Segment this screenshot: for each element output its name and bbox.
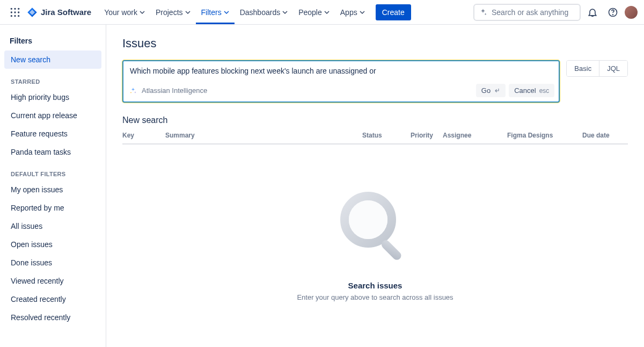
sparkle-icon xyxy=(479,8,487,17)
nav-label: Dashboards xyxy=(240,8,281,17)
top-nav: Jira Software Your work Projects Filters… xyxy=(0,0,644,25)
sidebar-title: Filters xyxy=(4,34,101,50)
sidebar-item-starred[interactable]: Current app release xyxy=(4,106,101,125)
sidebar-heading-default: DEFAULT FILTERS xyxy=(4,161,101,180)
product-name: Jira Software xyxy=(41,8,91,17)
sidebar-item-starred[interactable]: Feature requests xyxy=(4,125,101,143)
sidebar-item-default[interactable]: Done issues xyxy=(4,254,101,272)
help-button[interactable] xyxy=(604,4,621,21)
nav-label: Projects xyxy=(156,8,183,17)
nav-dashboards[interactable]: Dashboards xyxy=(235,0,294,24)
svg-point-1 xyxy=(14,8,16,9)
chevron-down-icon xyxy=(324,10,330,15)
magnifier-icon xyxy=(335,187,415,268)
results-subheader: New search xyxy=(122,115,628,125)
svg-point-2 xyxy=(18,8,19,9)
ai-badge: Atlassian Intelligence xyxy=(129,86,207,95)
top-nav-items: Your work Projects Filters Dashboards Pe… xyxy=(99,0,411,24)
chevron-down-icon xyxy=(140,10,145,15)
col-key[interactable]: Key xyxy=(122,132,165,139)
svg-point-0 xyxy=(11,8,12,9)
chevron-down-icon xyxy=(360,10,365,15)
empty-state: Search issues Enter your query above to … xyxy=(122,144,628,301)
sidebar-item-starred[interactable]: High priority bugs xyxy=(4,88,101,106)
nav-your-work[interactable]: Your work xyxy=(99,0,150,24)
sidebar-item-default[interactable]: Viewed recently xyxy=(4,272,101,290)
nav-people[interactable]: People xyxy=(293,0,335,24)
enter-key-icon xyxy=(494,88,500,94)
empty-title: Search issues xyxy=(348,281,402,290)
svg-rect-13 xyxy=(380,238,403,262)
col-summary[interactable]: Summary xyxy=(165,132,362,139)
help-icon xyxy=(608,7,618,18)
sidebar-item-default[interactable]: Created recently xyxy=(4,290,101,308)
global-search[interactable] xyxy=(473,4,581,21)
product-logo[interactable]: Jira Software xyxy=(27,7,91,18)
nav-label: Your work xyxy=(104,8,137,17)
nav-label: People xyxy=(298,8,322,17)
bell-icon xyxy=(587,7,598,18)
sidebar-item-default[interactable]: Resolved recently xyxy=(4,308,101,327)
col-priority[interactable]: Priority xyxy=(411,132,443,139)
app-switcher-icon[interactable] xyxy=(6,4,24,21)
cancel-button[interactable]: Cancel esc xyxy=(509,84,554,97)
go-label: Go xyxy=(481,86,491,95)
chevron-down-icon xyxy=(185,10,191,15)
col-figma[interactable]: Figma Designs xyxy=(507,132,582,139)
nav-projects[interactable]: Projects xyxy=(150,0,196,24)
nav-filters[interactable]: Filters xyxy=(196,0,235,24)
svg-point-8 xyxy=(18,15,19,17)
smart-search-input[interactable] xyxy=(123,61,559,81)
svg-point-7 xyxy=(14,15,16,17)
notifications-button[interactable] xyxy=(584,4,601,21)
toggle-jql[interactable]: JQL xyxy=(599,61,627,76)
svg-point-6 xyxy=(11,15,12,17)
global-search-input[interactable] xyxy=(492,8,575,17)
toggle-basic[interactable]: Basic xyxy=(567,61,599,76)
sidebar-item-default[interactable]: My open issues xyxy=(4,180,101,199)
atlassian-intelligence-icon xyxy=(129,86,137,95)
sidebar-item-default[interactable]: Open issues xyxy=(4,235,101,254)
svg-point-3 xyxy=(11,11,12,13)
svg-point-5 xyxy=(18,11,19,13)
sidebar-item-default[interactable]: All issues xyxy=(4,217,101,235)
sidebar-heading-starred: STARRED xyxy=(4,69,101,88)
nav-apps[interactable]: Apps xyxy=(335,0,370,24)
go-button[interactable]: Go xyxy=(476,84,506,97)
empty-subtitle: Enter your query above to search across … xyxy=(297,293,453,301)
svg-point-4 xyxy=(14,11,16,13)
avatar[interactable] xyxy=(625,6,638,19)
sidebar-item-starred[interactable]: Panda team tasks xyxy=(4,143,101,161)
svg-point-12 xyxy=(349,200,387,239)
search-mode-toggle: Basic JQL xyxy=(566,60,628,77)
smart-search-panel: Atlassian Intelligence Go Cancel esc xyxy=(122,60,560,103)
jira-icon xyxy=(27,7,38,18)
results-table-header: Key Summary Status Priority Assignee Fig… xyxy=(122,132,628,144)
sidebar: Filters New search STARRED High priority… xyxy=(0,25,106,347)
page-title: Issues xyxy=(122,37,628,50)
nav-label: Apps xyxy=(340,8,357,17)
ai-label: Atlassian Intelligence xyxy=(142,86,207,95)
create-button[interactable]: Create xyxy=(376,4,411,20)
col-status[interactable]: Status xyxy=(362,132,411,139)
svg-point-10 xyxy=(613,14,613,15)
nav-label: Filters xyxy=(201,8,222,17)
col-assignee[interactable]: Assignee xyxy=(443,132,507,139)
cancel-kbd: esc xyxy=(539,87,550,95)
chevron-down-icon xyxy=(224,10,229,15)
col-due[interactable]: Due date xyxy=(582,132,628,139)
sidebar-item-default[interactable]: Reported by me xyxy=(4,199,101,217)
cancel-label: Cancel xyxy=(514,86,536,95)
sidebar-item-new-search[interactable]: New search xyxy=(4,50,101,69)
chevron-down-icon xyxy=(282,10,288,15)
main-content: Issues Atlassian Intelligence xyxy=(106,25,644,347)
